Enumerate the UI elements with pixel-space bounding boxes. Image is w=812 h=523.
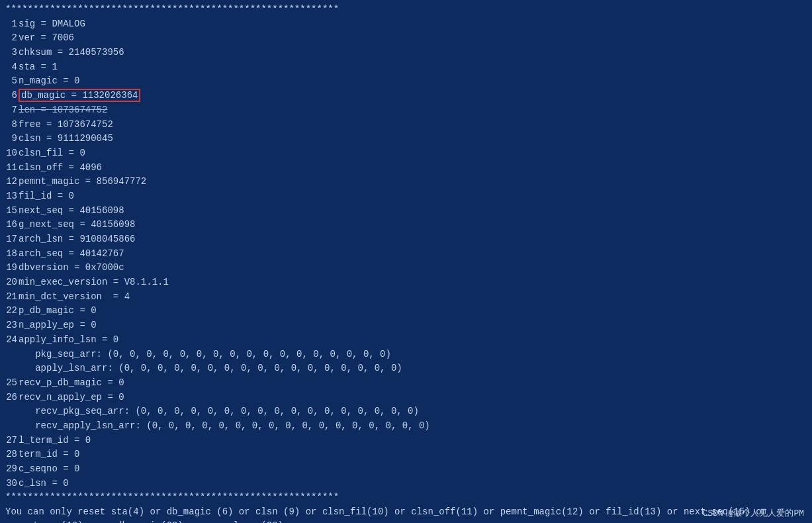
line-content: pkg_seq_arr: (0, 0, 0, 0, 0, 0, 0, 0, 0,… <box>19 348 391 362</box>
terminal-line: recv_pkg_seq_arr: (0, 0, 0, 0, 0, 0, 0, … <box>5 404 807 419</box>
terminal-line: 4sta = 1 <box>5 60 807 75</box>
terminal-line: 22p_db_magic = 0 <box>5 304 807 318</box>
line-number: 22 <box>5 304 17 318</box>
terminal-line: 16g_next_seq = 40156098 <box>5 218 807 232</box>
terminal-line: 25recv_p_db_magic = 0 <box>5 376 807 391</box>
line-number: 8 <box>5 118 17 132</box>
line-number: 29 <box>5 462 17 477</box>
terminal-line: 6db_magic = 1132026364 <box>5 89 807 103</box>
line-content: dbversion = 0x7000c <box>19 261 124 275</box>
line-content: sig = DMALOG <box>19 17 85 32</box>
line-content: min_dct_version = 4 <box>19 290 130 305</box>
line-content: apply_lsn_arr: (0, 0, 0, 0, 0, 0, 0, 0, … <box>19 361 402 376</box>
line-number: 20 <box>5 275 17 290</box>
line-content: c_lsn = 0 <box>19 477 69 491</box>
line-number: 24 <box>5 333 17 348</box>
line-content: ver = 7006 <box>19 31 74 46</box>
terminal-line: recv_apply_lsn_arr: (0, 0, 0, 0, 0, 0, 0… <box>5 419 807 434</box>
line-number: 16 <box>5 218 17 232</box>
line-content: pemnt_magic = 856947772 <box>19 175 146 189</box>
line-number: 2 <box>5 31 17 46</box>
terminal-line: 15next_seq = 40156098 <box>5 204 807 218</box>
branding: CSDN @做个人见人爱的PM <box>703 507 804 519</box>
terminal-line: 19dbversion = 0x7000c <box>5 261 807 275</box>
terminal-line: 12pemnt_magic = 856947772 <box>5 175 807 189</box>
line-content: db_magic = 1132026364 <box>19 89 140 103</box>
line-content: recv_n_apply_ep = 0 <box>19 391 124 405</box>
terminal-line: 18arch_seq = 40142767 <box>5 247 807 262</box>
terminal-line: 20min_exec_version = V8.1.1.1 <box>5 275 807 290</box>
line-content: clsn = 9111290045 <box>19 132 113 146</box>
terminal-line: 1sig = DMALOG <box>5 17 807 32</box>
line-content: arch_lsn = 9108045866 <box>19 232 135 247</box>
terminal-line: 3chksum = 2140573956 <box>5 46 807 60</box>
line-content: free = 1073674752 <box>19 118 113 132</box>
terminal-line: 29c_seqno = 0 <box>5 462 807 477</box>
terminal-line: 13fil_id = 0 <box>5 189 807 204</box>
line-content: term_id = 0 <box>19 448 79 462</box>
line-number: 15 <box>5 204 17 218</box>
line-content: apply_info_lsn = 0 <box>19 333 118 348</box>
line-number: 7 <box>5 103 17 118</box>
terminal-line: 9clsn = 9111290045 <box>5 132 807 146</box>
line-content: next_seq = 40156098 <box>19 204 124 218</box>
line-number: 1 <box>5 17 17 32</box>
line-content: n_magic = 0 <box>19 74 79 89</box>
terminal-line: 2ver = 7006 <box>5 31 807 46</box>
terminal-line: 7len = 1073674752 <box>5 103 807 118</box>
terminal-line: 11clsn_off = 4096 <box>5 161 807 175</box>
line-number: 3 <box>5 46 17 60</box>
separator-bottom: ****************************************… <box>5 491 807 505</box>
line-number: 27 <box>5 434 17 448</box>
line-number: 17 <box>5 232 17 247</box>
line-number: 30 <box>5 477 17 491</box>
terminal-line: 17arch_lsn = 9108045866 <box>5 232 807 247</box>
line-number: 21 <box>5 290 17 305</box>
line-content: clsn_off = 4096 <box>19 161 102 175</box>
lines-container: 1sig = DMALOG2ver = 70063chksum = 214057… <box>5 17 807 491</box>
line-content: len = 1073674752 <box>19 103 107 118</box>
line-number: 13 <box>5 189 17 204</box>
line-content: chksum = 2140573956 <box>19 46 124 60</box>
line-number: 10 <box>5 146 17 161</box>
line-number: 12 <box>5 175 17 189</box>
line-number: 9 <box>5 132 17 146</box>
line-content: clsn_fil = 0 <box>19 146 85 161</box>
warning-text: You can only reset sta(4) or db_magic (6… <box>5 505 807 523</box>
line-content: recv_apply_lsn_arr: (0, 0, 0, 0, 0, 0, 0… <box>19 419 430 434</box>
line-content: g_next_seq = 40156098 <box>19 218 135 232</box>
terminal-line: 27l_term_id = 0 <box>5 434 807 448</box>
line-number: 6 <box>5 89 17 103</box>
terminal-line: apply_lsn_arr: (0, 0, 0, 0, 0, 0, 0, 0, … <box>5 361 807 376</box>
line-number: 26 <box>5 391 17 405</box>
line-content: recv_pkg_seq_arr: (0, 0, 0, 0, 0, 0, 0, … <box>19 404 419 419</box>
line-number: 28 <box>5 448 17 462</box>
line-content: recv_p_db_magic = 0 <box>19 376 124 391</box>
line-content: p_db_magic = 0 <box>19 304 97 318</box>
line-content: c_seqno = 0 <box>19 462 79 477</box>
terminal-line: 21min_dct_version = 4 <box>5 290 807 305</box>
terminal-line: pkg_seq_arr: (0, 0, 0, 0, 0, 0, 0, 0, 0,… <box>5 348 807 362</box>
line-number: 25 <box>5 376 17 391</box>
line-content: fil_id = 0 <box>19 189 74 204</box>
terminal-line: 24apply_info_lsn = 0 <box>5 333 807 348</box>
line-number: 4 <box>5 60 17 75</box>
terminal-line: 5n_magic = 0 <box>5 74 807 89</box>
line-content: l_term_id = 0 <box>19 434 91 448</box>
terminal-line: 28term_id = 0 <box>5 448 807 462</box>
terminal-line: 10clsn_fil = 0 <box>5 146 807 161</box>
line-content: min_exec_version = V8.1.1.1 <box>19 275 169 290</box>
terminal-window: ****************************************… <box>0 0 812 523</box>
line-content: n_apply_ep = 0 <box>19 318 97 333</box>
terminal-line: 8free = 1073674752 <box>5 118 807 132</box>
line-number: 5 <box>5 74 17 89</box>
terminal-line: 30c_lsn = 0 <box>5 477 807 491</box>
terminal-line: 26recv_n_apply_ep = 0 <box>5 391 807 405</box>
line-number: 11 <box>5 161 17 175</box>
line-content: arch_seq = 40142767 <box>19 247 124 262</box>
line-content: sta = 1 <box>19 60 58 75</box>
line-number: 19 <box>5 261 17 275</box>
terminal-line: 23n_apply_ep = 0 <box>5 318 807 333</box>
line-number: 23 <box>5 318 17 333</box>
separator-top: ****************************************… <box>5 3 807 17</box>
